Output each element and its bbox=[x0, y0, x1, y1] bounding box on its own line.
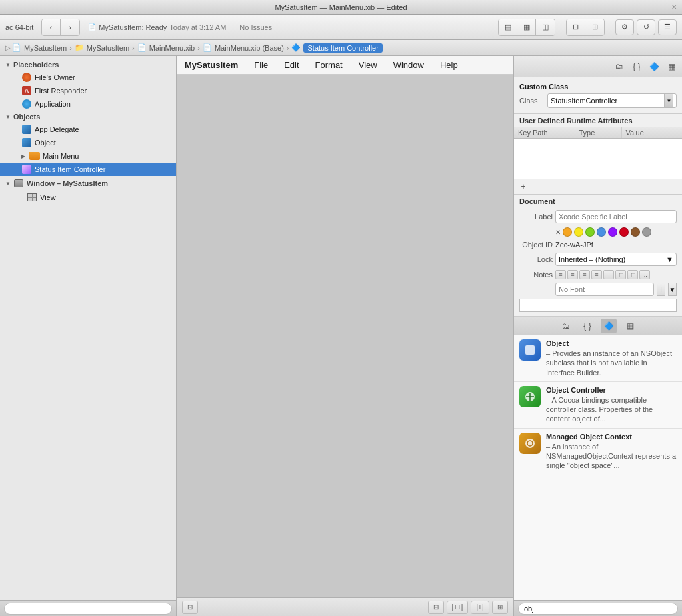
menu-help[interactable]: Help bbox=[437, 59, 461, 71]
color-dot-blue[interactable] bbox=[597, 227, 606, 237]
lib-item-oc-title: Object Controller bbox=[546, 386, 677, 394]
attributes-footer: + – bbox=[514, 179, 682, 194]
canvas-zoom-actual-btn[interactable]: |+| bbox=[471, 601, 489, 614]
lib-item-object[interactable]: Object – Provides an instance of an NSOb… bbox=[514, 335, 682, 382]
split-btn-1[interactable]: ⊟ bbox=[567, 19, 585, 35]
refresh-button[interactable]: ↺ bbox=[637, 19, 655, 35]
status-item-controller-icon bbox=[21, 164, 32, 175]
breadcrumb-item-3[interactable]: MainMenu.xib bbox=[149, 44, 195, 52]
menu-format[interactable]: Format bbox=[313, 59, 345, 71]
notes-textarea[interactable] bbox=[519, 299, 677, 312]
lib-text-moc: Managed Object Context – An instance of … bbox=[546, 433, 677, 471]
menu-edit[interactable]: Edit bbox=[281, 59, 301, 71]
color-dot-green[interactable] bbox=[585, 227, 595, 237]
lib-item-moc[interactable]: Managed Object Context – An instance of … bbox=[514, 429, 682, 475]
font-input[interactable] bbox=[555, 283, 654, 296]
lib-text-object: Object – Provides an instance of an NSOb… bbox=[546, 339, 677, 377]
custom-class-title: Custom Class bbox=[519, 83, 677, 91]
sidebar-search-input[interactable] bbox=[4, 603, 172, 615]
lib-icon-object-controller bbox=[519, 386, 541, 407]
breadcrumb-item-4[interactable]: MainMenu.xib (Base) bbox=[215, 44, 284, 52]
canvas-page-btn[interactable]: ⊡ bbox=[182, 601, 198, 614]
notes-align-left[interactable]: ≡ bbox=[555, 270, 566, 279]
color-dot-gray[interactable] bbox=[642, 227, 651, 237]
library-search-input[interactable] bbox=[518, 603, 678, 615]
notes-align-right[interactable]: ≡ bbox=[579, 270, 590, 279]
sidebar-item-application[interactable]: Application bbox=[0, 97, 176, 111]
attributes-table-header: Key Path Type Value bbox=[514, 127, 682, 139]
font-type-button[interactable]: T bbox=[657, 283, 665, 296]
triangle-icon-window: ▼ bbox=[5, 181, 11, 187]
lib-tab-object[interactable]: 🔷 bbox=[601, 319, 617, 333]
label-input[interactable] bbox=[555, 210, 677, 223]
sidebar-item-main-menu[interactable]: ▶ Main Menu bbox=[0, 149, 176, 163]
canvas-fit-btn[interactable]: ⊟ bbox=[428, 601, 444, 614]
add-attribute-button[interactable]: + bbox=[518, 181, 529, 192]
app-label: ac 64-bit bbox=[5, 23, 33, 31]
view-toggle-group: ▤ ▦ ◫ bbox=[498, 19, 555, 36]
back-button[interactable]: ‹ bbox=[42, 19, 61, 35]
window-icon bbox=[13, 178, 24, 189]
main-menu-icon bbox=[29, 151, 40, 161]
breadcrumb-item-5[interactable]: Status Item Controller bbox=[303, 43, 382, 53]
color-clear-button[interactable]: ✕ bbox=[555, 229, 561, 236]
lock-label: Lock bbox=[519, 255, 553, 263]
sidebar-item-first-responder[interactable]: A First Responder bbox=[0, 84, 176, 97]
custom-class-input[interactable]: StatusItemController ▼ bbox=[547, 93, 677, 108]
objects-section-header[interactable]: ▼ Objects bbox=[0, 111, 176, 123]
canvas-grid-btn[interactable]: ⊞ bbox=[492, 601, 508, 614]
forward-button[interactable]: › bbox=[61, 19, 79, 35]
lib-item-object-controller[interactable]: Object Controller – A Cocoa bindings-com… bbox=[514, 382, 682, 429]
lib-tab-code[interactable]: { } bbox=[579, 319, 595, 333]
lib-tab-file[interactable]: 🗂 bbox=[558, 319, 574, 333]
sidebar-item-app-delegate[interactable]: App Delegate bbox=[0, 123, 176, 136]
right-tab-file[interactable]: 🗂 bbox=[611, 59, 627, 75]
col-type: Type bbox=[575, 127, 622, 138]
view-toggle-1[interactable]: ▤ bbox=[499, 19, 517, 35]
split-btn-2[interactable]: ⊞ bbox=[585, 19, 604, 35]
right-tab-object[interactable]: 🔷 bbox=[646, 59, 662, 75]
notes-format-2[interactable]: ◻ bbox=[627, 270, 638, 279]
color-dot-red[interactable] bbox=[619, 227, 629, 237]
sidebar-item-view[interactable]: View bbox=[0, 191, 176, 204]
window-section-header[interactable]: ▼ Window – MySatusItem bbox=[0, 176, 176, 191]
color-dot-brown[interactable] bbox=[631, 227, 640, 237]
color-dot-yellow[interactable] bbox=[574, 227, 583, 237]
menu-window[interactable]: Window bbox=[391, 59, 427, 71]
view-toggle-3[interactable]: ◫ bbox=[536, 19, 555, 35]
sidebar-item-status-item-controller[interactable]: Status Item Controller bbox=[0, 163, 176, 176]
status-name: MySatusItem: Ready bbox=[99, 23, 167, 31]
close-button[interactable]: ✕ bbox=[671, 3, 677, 11]
notes-more[interactable]: ... bbox=[639, 270, 650, 279]
menu-view[interactable]: View bbox=[356, 59, 380, 71]
gear-button[interactable]: ⚙ bbox=[615, 19, 634, 35]
view-toggle-2[interactable]: ▦ bbox=[517, 19, 536, 35]
canvas-zoom-fit-btn[interactable]: |++| bbox=[447, 601, 468, 614]
color-dot-orange[interactable] bbox=[563, 227, 572, 237]
right-tab-code[interactable]: { } bbox=[629, 59, 645, 75]
status-date: Today at 3:12 AM bbox=[169, 23, 226, 31]
breadcrumb-item-2[interactable]: MySatusItem bbox=[87, 44, 129, 52]
lib-icon-object bbox=[519, 339, 541, 361]
notes-align-justify[interactable]: ≡ bbox=[591, 270, 602, 279]
color-dot-purple[interactable] bbox=[608, 227, 617, 237]
sidebar-item-font-manager[interactable]: Object bbox=[0, 136, 176, 149]
lib-tab-media[interactable]: ▦ bbox=[622, 319, 638, 333]
sidebar-search-bar bbox=[0, 600, 176, 616]
menu-button[interactable]: ☰ bbox=[658, 19, 677, 35]
font-size-button[interactable]: ▼ bbox=[668, 283, 677, 296]
library-search bbox=[514, 600, 682, 616]
breadcrumb-item-1[interactable]: MySatusItem bbox=[24, 44, 67, 52]
menu-app-name[interactable]: MySatusItem bbox=[182, 59, 241, 71]
custom-class-arrow[interactable]: ▼ bbox=[664, 94, 673, 107]
right-tab-media[interactable]: ▦ bbox=[663, 59, 679, 75]
menu-file[interactable]: File bbox=[251, 59, 271, 71]
notes-format-1[interactable]: ◻ bbox=[615, 270, 626, 279]
breadcrumb-icon-1: 📄 bbox=[12, 43, 21, 52]
sidebar-item-files-owner[interactable]: File's Owner bbox=[0, 71, 176, 84]
remove-attribute-button[interactable]: – bbox=[531, 181, 542, 192]
notes-separator: — bbox=[603, 270, 614, 279]
lock-input[interactable]: Inherited – (Nothing) ▼ bbox=[555, 253, 677, 266]
notes-align-center[interactable]: ≡ bbox=[567, 270, 578, 279]
placeholders-section-header[interactable]: ▼ Placeholders bbox=[0, 59, 176, 71]
